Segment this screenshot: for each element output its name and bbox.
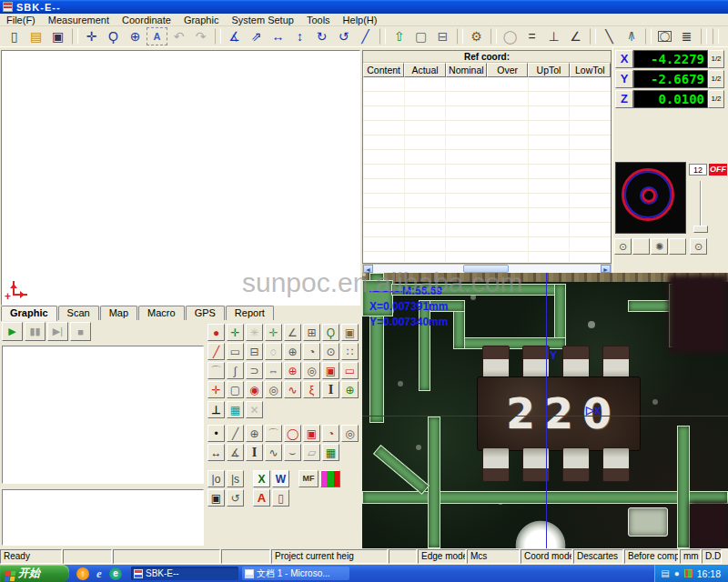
status-descartes[interactable]: Descartes [573,549,623,564]
tool-circle-dashed[interactable]: ◌ [265,343,282,360]
tool-auto-point[interactable]: ✛ [265,324,282,341]
vertical-distance-icon[interactable]: ↕ [289,27,310,45]
tool-ring[interactable]: ◎ [265,381,282,398]
tool-vertex[interactable]: ∠ [284,324,301,341]
half-y-button[interactable]: 1/2 [708,70,724,88]
export-excel-button[interactable]: X [253,470,270,487]
tool-ring2[interactable]: ◎ [341,425,359,442]
column-header[interactable]: LowTol [570,63,611,77]
tools-hammer-icon[interactable]: ⚙ [466,27,487,45]
tool-ellipse-arrows[interactable]: ⇔ [265,362,282,379]
measurement-list[interactable] [2,346,204,484]
save-result-button[interactable]: ▣ [207,489,225,507]
light-slider-thumb[interactable] [693,226,708,233]
blank-button[interactable] [632,238,650,255]
clock[interactable]: 16:18 [697,568,721,579]
axis-x-button[interactable]: X [615,50,633,68]
save-icon[interactable]: ▣ [47,27,68,45]
axis-y-button[interactable]: Y [615,70,633,88]
status-coord-mode[interactable]: Coord mode 1 [521,549,572,564]
light-slider-track[interactable] [700,181,702,232]
scroll-right-icon[interactable]: ► [601,265,611,273]
language-tray-icon[interactable]: ● [674,568,680,578]
taskbar-task-sbk[interactable]: SBK-E-- [131,567,238,580]
pause-button[interactable]: ▮▮ [25,322,46,341]
status-comp-mode[interactable]: Before comp c [624,549,679,564]
undo-icon[interactable]: ↶ [168,27,189,45]
menu-tools[interactable]: Tools [300,14,337,26]
mf-button[interactable]: MF [298,470,318,487]
off-button[interactable]: OFF [709,164,727,176]
tool-ellipse-points[interactable]: ◯ [284,425,301,442]
tool-point[interactable]: ● [207,324,225,341]
light-dial-button[interactable]: ⊙ [614,238,632,255]
run-up-arrow-icon[interactable]: ⇧ [389,27,410,45]
rotate-cw-icon[interactable]: ↻ [311,27,332,45]
line-point-icon[interactable]: ╲ [599,27,620,45]
layers-lines-icon[interactable]: ≣ [676,27,697,45]
angle-construct-icon[interactable]: ∠ [565,27,586,45]
tool-circle-points[interactable]: ◉ [246,381,263,398]
play-button[interactable]: ▶ [2,322,23,341]
redo-icon[interactable]: ↷ [190,27,211,45]
rotate-undo-button[interactable]: ↺ [227,489,244,507]
tool-ellipse-points-top[interactable]: ◔ [322,425,339,442]
menu-system-setup[interactable]: System Setup [225,14,299,26]
tool-curve[interactable]: ξ [303,381,320,398]
tool-stamp[interactable]: ⊥ [207,401,225,418]
status-units[interactable]: mm [680,549,701,564]
zoom-region-icon[interactable]: Ϙ [103,27,124,45]
menu-file[interactable]: File(F) [0,14,42,26]
center-target-icon[interactable]: ⊕ [125,27,146,45]
status-mcs[interactable]: Mcs [467,549,520,564]
tool-label-s[interactable]: |s [227,470,244,487]
start-button[interactable]: 开始 [0,565,69,582]
step-button[interactable]: ▶| [47,322,68,341]
dashed-region-icon[interactable]: ▢ [410,27,431,45]
axis-z-button[interactable]: Z [615,90,633,108]
tool-circle-green-cross[interactable]: ⊕ [341,381,359,398]
tab-gps[interactable]: GPS [186,306,225,320]
window-icon[interactable]: ⊟ [432,27,453,45]
circle-construct-icon[interactable]: ◯ [500,27,521,45]
tool-rect[interactable]: ▭ [227,343,244,360]
boxed-circle-icon[interactable]: ◯ [654,27,675,45]
move-stage-icon[interactable]: ✛ [81,27,102,45]
camera-view[interactable]: 220 Y ▷x ———M:56.69 X=0.007391mm Y=0.007… [362,273,728,548]
result-list[interactable] [2,489,204,546]
half-x-button[interactable]: 1/2 [708,50,724,68]
graphic-canvas[interactable]: + [1,50,360,306]
rotate-ccw-icon[interactable]: ↺ [333,27,354,45]
tool-point-small[interactable]: • [207,425,225,442]
tab-report[interactable]: Report [226,306,274,320]
scroll-left-icon[interactable]: ◄ [363,265,373,273]
mirror-icon[interactable]: /|\ [621,27,642,45]
tab-map[interactable]: Map [100,306,137,320]
export-word-button[interactable]: W [272,470,289,487]
tool-angle-measure[interactable]: ∡ [227,444,244,461]
horizontal-distance-icon[interactable]: ↔ [268,27,288,45]
tool-point-array[interactable]: ∷ [341,343,359,360]
joystick-pad[interactable] [615,162,686,234]
tool-grid-green[interactable]: ▦ [322,444,339,461]
tab-graphic[interactable]: Graphic [1,306,57,321]
tool-slot-arrows[interactable]: ▭ [341,362,359,379]
tool-cross-gray[interactable]: ✳ [246,324,263,341]
column-header[interactable]: Over [487,63,528,77]
tool-rect-points2[interactable]: ▣ [303,425,320,442]
tool-circle-crosshair[interactable]: ⊕ [284,343,301,360]
title-bar[interactable]: SBK-E-- [0,0,728,14]
taskbar-task-word[interactable]: 文档 1 - Microso... [242,567,349,580]
half-z-button[interactable]: 1/2 [708,90,724,108]
tool-distance-h[interactable]: ↔ [207,444,225,461]
tool-circle-plus[interactable]: ⊕ [246,425,263,442]
line-tool-icon[interactable]: ╱ [355,27,376,45]
column-header[interactable]: Nominal [446,63,487,77]
auto-detect-icon[interactable]: A [147,27,167,45]
diagonal-move-icon[interactable]: ⇗ [246,27,267,45]
quicklaunch-msn-icon[interactable]: e [109,567,122,580]
tool-ibeam2[interactable]: I [246,444,263,461]
tool-cross-points[interactable]: ✛ [207,381,225,398]
column-header[interactable]: Actual [404,63,445,77]
tool-s-curve[interactable]: ∫ [227,362,244,379]
